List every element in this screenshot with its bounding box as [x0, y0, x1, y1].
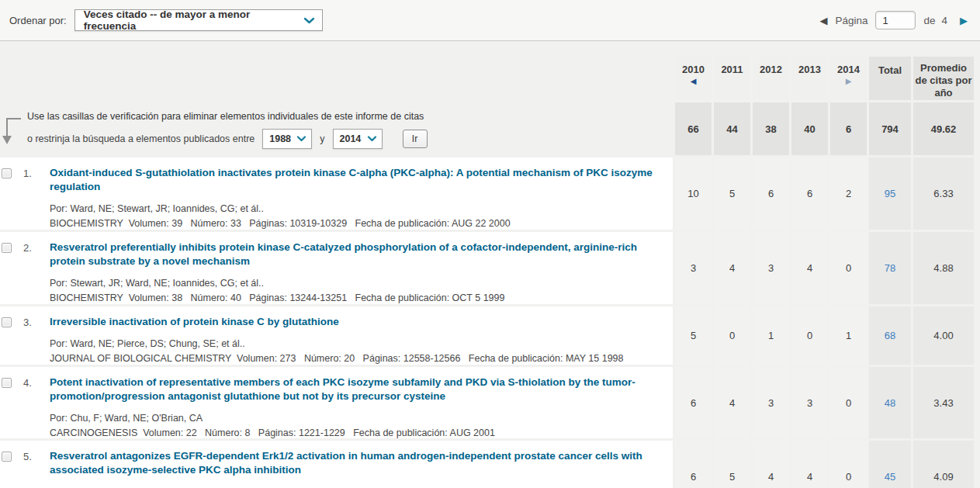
item-year-count: 0: [714, 306, 750, 365]
item-average-cell: 4.00: [913, 306, 974, 365]
item-body: Irreversible inactivation of protein kin…: [50, 315, 670, 366]
item-source: CARCINOGENESIS Volumen: 22 Número: 8 Pág…: [50, 426, 670, 441]
go-button[interactable]: Ir: [403, 130, 428, 148]
year-column-header[interactable]: 2014▶: [830, 57, 867, 100]
year-header-label: 2012: [760, 64, 782, 75]
year-header-label: 2013: [798, 64, 821, 75]
item-row: 5. Resveratrol antagonizes EGFR-dependen…: [0, 441, 673, 488]
item-body: Oxidant-induced S-gutathiolation inactiv…: [50, 166, 670, 231]
item-year-count: 2: [830, 157, 867, 230]
next-years-icon[interactable]: ▶: [846, 78, 852, 85]
chevron-down-icon: [367, 133, 377, 144]
next-page-icon[interactable]: ▶: [960, 16, 968, 26]
item-year-count: 5: [714, 441, 750, 488]
item-year-count: 3: [675, 232, 712, 304]
item-year-count: 3: [791, 367, 828, 438]
chevron-down-icon: [303, 15, 315, 26]
item-row: 1. Oxidant-induced S-gutathiolation inac…: [0, 157, 673, 230]
item-year-count: 1: [830, 306, 867, 365]
item-average-cell: 4.09: [913, 441, 974, 488]
total-column-header: Total: [869, 57, 911, 100]
item-year-count: 1: [753, 306, 789, 365]
sort-group: Ordenar por: Veces citado -- de mayor a …: [9, 9, 323, 31]
summary-total: 794: [869, 102, 911, 155]
item-body: Potent inactivation of representative me…: [50, 376, 670, 441]
page-number-input[interactable]: [875, 11, 916, 29]
chevron-down-icon: [296, 133, 306, 144]
item-year-count: 0: [830, 367, 867, 438]
year-to-select[interactable]: 2014: [333, 129, 383, 149]
item-total-link[interactable]: 78: [885, 262, 895, 274]
item-year-count: 5: [675, 306, 712, 365]
item-source: BIOCHEMISTRY Volumen: 38 Número: 40 Pági…: [50, 291, 670, 306]
item-row: 3. Irreversible inactivation of protein …: [0, 306, 673, 365]
item-row: 2. Resveratrol preferentially inhibits p…: [0, 232, 673, 304]
sort-order-value: Veces citado -- de mayor a menor frecuen…: [84, 9, 303, 32]
restrict-range-label: o restrinja la búsqueda a elementos publ…: [27, 133, 255, 144]
item-total-cell: 95: [869, 157, 911, 230]
item-checkbox[interactable]: [2, 452, 12, 462]
item-total-cell: 68: [869, 306, 911, 365]
item-checkbox[interactable]: [2, 378, 12, 388]
item-body: Resveratrol antagonizes EGFR-dependent E…: [50, 449, 670, 488]
item-year-count: 6: [791, 157, 828, 230]
page-label: Página: [835, 15, 867, 26]
range-conjunction-label: y: [320, 133, 324, 144]
total-pages: 4: [941, 15, 947, 26]
item-title-link[interactable]: Potent inactivation of representative me…: [50, 376, 670, 403]
item-authors: Por: Stewart, JR; O'Brian, CA: [50, 485, 670, 488]
summary-year-count: 38: [753, 102, 789, 155]
year-header-label: 2010: [682, 64, 705, 75]
item-average-cell: 4.88: [913, 232, 974, 304]
item-number: 3.: [23, 315, 50, 328]
elbow-down-arrow-icon: [2, 116, 22, 147]
item-year-count: 6: [753, 157, 789, 230]
item-title-link[interactable]: Irreversible inactivation of protein kin…: [50, 315, 670, 329]
sort-direction-icon[interactable]: ◀: [691, 78, 697, 85]
item-checkbox[interactable]: [2, 317, 12, 327]
item-total-cell: 45: [869, 441, 911, 488]
year-column-header[interactable]: 2010◀: [675, 57, 712, 100]
item-authors: Por: Ward, NE; Pierce, DS; Chung, SE; et…: [50, 337, 670, 351]
summary-year-count: 40: [791, 102, 828, 155]
item-year-count: 3: [753, 367, 789, 438]
item-checkbox[interactable]: [2, 168, 12, 178]
item-checkbox[interactable]: [2, 243, 12, 253]
item-average-cell: 3.43: [913, 367, 974, 438]
pagination: ◀ Página de 4 ▶: [819, 11, 968, 29]
summary-average: 49.62: [913, 102, 974, 155]
item-year-count: 5: [714, 157, 750, 230]
year-to-value: 2014: [340, 133, 362, 144]
item-authors: Por: Chu, F; Ward, NE; O'Brian, CA: [50, 411, 670, 426]
year-header-label: 2014: [837, 64, 860, 75]
item-average-cell: 6.33: [913, 157, 974, 230]
year-from-value: 1988: [269, 133, 291, 144]
item-title-link[interactable]: Resveratrol antagonizes EGFR-dependent E…: [50, 449, 670, 477]
item-total-link[interactable]: 45: [885, 471, 895, 483]
item-year-count: 6: [675, 367, 712, 438]
average-column-header: Promedio de citas por año: [913, 57, 974, 100]
sort-order-select[interactable]: Veces citado -- de mayor a menor frecuen…: [74, 9, 323, 31]
year-column-header[interactable]: 2013: [791, 57, 828, 100]
item-year-count: 6: [675, 441, 712, 488]
item-total-cell: 48: [869, 367, 911, 438]
year-column-header[interactable]: 2012: [753, 57, 789, 100]
previous-page-icon[interactable]: ◀: [819, 16, 827, 26]
instructions-panel: Use las casillas de verificación para el…: [0, 102, 673, 155]
item-total-link[interactable]: 68: [885, 330, 895, 341]
sort-by-label: Ordenar por:: [9, 15, 67, 26]
year-from-select[interactable]: 1988: [262, 129, 312, 149]
item-year-count: 4: [714, 232, 750, 304]
year-column-header[interactable]: 2011: [714, 57, 750, 100]
item-title-link[interactable]: Resveratrol preferentially inhibits prot…: [50, 241, 670, 268]
item-total-link[interactable]: 48: [885, 397, 895, 409]
item-year-count: 4: [753, 441, 789, 488]
item-total-link[interactable]: 95: [885, 188, 895, 199]
item-year-count: 3: [753, 232, 789, 304]
item-authors: Por: Stewart, JR; Ward, NE; Ioannides, C…: [50, 276, 670, 291]
item-title-link[interactable]: Oxidant-induced S-gutathiolation inactiv…: [50, 166, 670, 194]
item-year-count: 4: [791, 232, 828, 304]
item-year-count: 4: [791, 441, 828, 488]
item-year-count: 10: [675, 157, 712, 230]
item-source: BIOCHEMISTRY Volumen: 39 Número: 33 Pági…: [50, 216, 670, 231]
